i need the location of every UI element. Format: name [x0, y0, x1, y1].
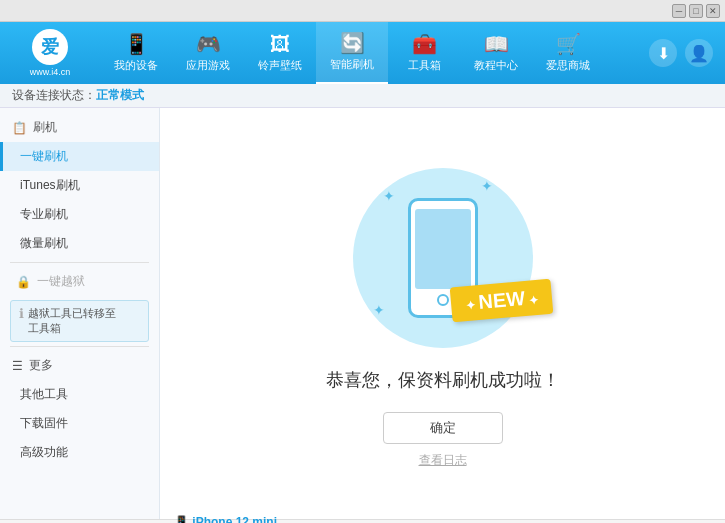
sidebar-item-micro-flash[interactable]: 微量刷机 — [0, 229, 159, 258]
nav-items: 📱 我的设备 🎮 应用游戏 🖼 铃声壁纸 🔄 智能刷机 🧰 工具箱 📖 教程中心… — [100, 22, 649, 84]
phone-small-icon: 📱 — [174, 515, 192, 524]
nav-apps[interactable]: 🎮 应用游戏 — [172, 22, 244, 84]
device-info: 📱 iPhone 12 mini 64GB Down-12mini-13,1 — [174, 515, 277, 524]
reshow-log-link[interactable]: 查看日志 — [419, 452, 467, 469]
lock-icon: 🔒 — [16, 275, 31, 289]
nav-toolbox[interactable]: 🧰 工具箱 — [388, 22, 460, 84]
status-left: ✓ 自动跳过 ✓ 跳过向导 📱 iPhone 12 mini 64GB Down… — [12, 515, 277, 524]
tutorial-icon: 📖 — [484, 34, 509, 54]
nav-tutorial-label: 教程中心 — [474, 58, 518, 73]
title-bar: ─ □ ✕ — [0, 0, 725, 22]
jailbreak-section-label: 一键越狱 — [37, 273, 85, 290]
sidebar-item-pro-flash[interactable]: 专业刷机 — [0, 200, 159, 229]
nav-my-device-label: 我的设备 — [114, 58, 158, 73]
user-button[interactable]: 👤 — [685, 39, 713, 67]
device-name: 📱 iPhone 12 mini — [174, 515, 277, 524]
sidebar-item-advanced[interactable]: 高级功能 — [0, 438, 159, 467]
success-title: 恭喜您，保资料刷机成功啦！ — [326, 368, 560, 392]
logo-url: www.i4.cn — [30, 67, 71, 77]
nav-store-label: 爱思商城 — [546, 58, 590, 73]
notice-icon: ℹ — [19, 306, 24, 321]
flash-section-label: 刷机 — [33, 119, 57, 136]
sidebar-divider-2 — [10, 346, 149, 347]
games-icon: 🎮 — [196, 34, 221, 54]
device-status-label: 设备连接状态： — [12, 87, 96, 104]
nav-smart-flash-label: 智能刷机 — [330, 57, 374, 72]
sidebar: 📋 刷机 一键刷机 iTunes刷机 专业刷机 微量刷机 🔒 一键越狱 ℹ 越狱… — [0, 108, 160, 519]
more-section-label: 更多 — [29, 357, 53, 374]
nav-my-device[interactable]: 📱 我的设备 — [100, 22, 172, 84]
status-bar: ✓ 自动跳过 ✓ 跳过向导 📱 iPhone 12 mini 64GB Down… — [0, 519, 725, 523]
logo-area: 爱 www.i4.cn — [0, 22, 100, 84]
maximize-button[interactable]: □ — [689, 4, 703, 18]
nav-store[interactable]: 🛒 爱思商城 — [532, 22, 604, 84]
download-button[interactable]: ⬇ — [649, 39, 677, 67]
close-button[interactable]: ✕ — [706, 4, 720, 18]
sidebar-item-other-tools[interactable]: 其他工具 — [0, 380, 159, 409]
device-name-text: iPhone 12 mini — [192, 515, 277, 524]
sidebar-item-download-firmware[interactable]: 下载固件 — [0, 409, 159, 438]
nav-wallpaper-label: 铃声壁纸 — [258, 58, 302, 73]
sidebar-item-itunes-flash[interactable]: iTunes刷机 — [0, 171, 159, 200]
nav-wallpaper[interactable]: 🖼 铃声壁纸 — [244, 22, 316, 84]
sparkle-2: ✦ — [481, 178, 493, 194]
sparkle-1: ✦ — [383, 188, 395, 204]
flash-section-icon: 📋 — [12, 121, 27, 135]
wallpaper-icon: 🖼 — [270, 34, 290, 54]
logo-icon: 爱 — [32, 29, 68, 65]
main-layout: 📋 刷机 一键刷机 iTunes刷机 专业刷机 微量刷机 🔒 一键越狱 ℹ 越狱… — [0, 108, 725, 519]
store-icon: 🛒 — [556, 34, 581, 54]
minimize-button[interactable]: ─ — [672, 4, 686, 18]
new-badge: NEW — [450, 279, 554, 323]
top-nav: 爱 www.i4.cn 📱 我的设备 🎮 应用游戏 🖼 铃声壁纸 🔄 智能刷机 … — [0, 22, 725, 84]
flash-icon: 🔄 — [340, 33, 365, 53]
sidebar-section-more: ☰ 更多 — [0, 351, 159, 380]
sidebar-item-one-click-flash[interactable]: 一键刷机 — [0, 142, 159, 171]
device-status-value: 正常模式 — [96, 87, 144, 104]
notice-text: 越狱工具已转移至工具箱 — [28, 306, 116, 336]
device-status-bar: 设备连接状态： 正常模式 — [0, 84, 725, 108]
content-area: ✦ ✦ ✦ NEW 恭喜您，保资料刷机成功啦！ 确定 查看日志 — [160, 108, 725, 519]
toolbox-icon: 🧰 — [412, 34, 437, 54]
success-illustration: ✦ ✦ ✦ NEW — [343, 158, 543, 358]
phone-button — [437, 294, 449, 306]
nav-right-buttons: ⬇ 👤 — [649, 39, 725, 67]
sidebar-section-jailbreak: 🔒 一键越狱 — [0, 267, 159, 296]
phone-icon: 📱 — [124, 34, 149, 54]
circle-bg: ✦ ✦ ✦ NEW — [353, 168, 533, 348]
phone-screen — [415, 209, 471, 289]
sidebar-section-flash: 📋 刷机 — [0, 113, 159, 142]
sidebar-notice: ℹ 越狱工具已转移至工具箱 — [10, 300, 149, 342]
confirm-button[interactable]: 确定 — [383, 412, 503, 444]
sparkle-3: ✦ — [373, 302, 385, 318]
nav-apps-label: 应用游戏 — [186, 58, 230, 73]
nav-tutorial[interactable]: 📖 教程中心 — [460, 22, 532, 84]
window-controls[interactable]: ─ □ ✕ — [672, 4, 720, 18]
sidebar-divider-1 — [10, 262, 149, 263]
nav-toolbox-label: 工具箱 — [408, 58, 441, 73]
more-section-icon: ☰ — [12, 359, 23, 373]
nav-smart-flash[interactable]: 🔄 智能刷机 — [316, 22, 388, 84]
